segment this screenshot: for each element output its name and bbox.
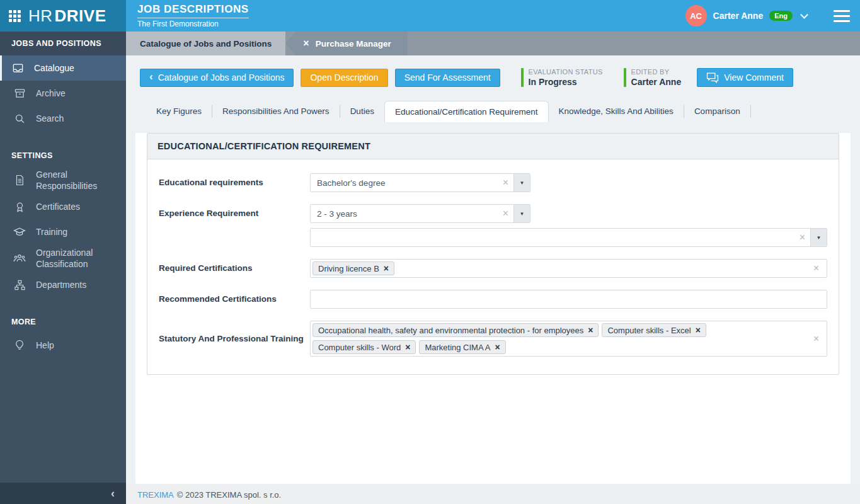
dropdown-caret-icon[interactable]: ▼ [810, 229, 827, 246]
panel-body: Educational requirements Bachelor's degr… [147, 159, 839, 374]
tab-responsibilities-and-powers[interactable]: Responsibilities And Powers [212, 101, 340, 122]
sidebar-item-certificates[interactable]: Certificates [0, 194, 126, 219]
tab-knowledge-skills-and-abilities[interactable]: Knowledge, Skills And Abilities [549, 101, 684, 122]
sidebar-item-departments[interactable]: Departments [0, 272, 126, 297]
tab-content-card: EDUCATIONAL/CERTIFICATION REQUIREMENT Ed… [135, 133, 851, 484]
close-icon[interactable]: × [303, 38, 309, 49]
chevron-down-icon[interactable] [800, 11, 808, 19]
content-area: ‹ Catalogue of Jobs and Positions Open D… [126, 55, 860, 485]
clear-icon[interactable]: × [498, 178, 513, 188]
tag-marketing-cima-a: Marketing CIMA A × [419, 340, 505, 354]
top-bar: HRDRIVE JOB DESCRIPTIONS The First Demon… [0, 0, 860, 32]
apps-grid-icon[interactable] [9, 10, 21, 22]
send-for-assessment-label: Send For Assessment [404, 72, 491, 83]
people-group-icon [13, 252, 26, 265]
breadcrumb-tab-purchase-manager[interactable]: × Purchase Manager [285, 32, 407, 55]
back-to-catalogue-button[interactable]: ‹ Catalogue of Jobs and Positions [140, 69, 294, 87]
catalogue-icon [11, 62, 24, 74]
experience-secondary-select[interactable]: × ▼ [310, 228, 827, 247]
dropdown-caret-icon[interactable]: ▼ [513, 174, 530, 192]
recommended-certifications-input[interactable] [310, 290, 827, 309]
sidebar-item-label: Certificates [36, 202, 80, 212]
edited-by-label: EDITED BY [631, 68, 682, 76]
tab-key-figures[interactable]: Key Figures [146, 101, 212, 122]
menu-icon[interactable] [834, 10, 850, 22]
page-title: JOB DESCRIPTIONS [137, 3, 249, 18]
logo-drive-text: DRIVE [55, 6, 106, 25]
tag-label: Computer skills - Word [318, 343, 401, 352]
org-chart-icon [13, 279, 26, 291]
statutory-training-row: Statutory And Professional Training Occu… [159, 321, 827, 357]
tag-computer-skills-word: Computer skills - Word × [312, 340, 416, 354]
document-icon [13, 175, 26, 186]
required-certifications-row: Required Certifications Driving licence … [159, 259, 827, 278]
sidebar-item-organizational-classification[interactable]: Organizational Classification [0, 244, 126, 272]
top-bar-main: JOB DESCRIPTIONS The First Demonstration… [126, 0, 860, 32]
clear-icon[interactable]: × [808, 263, 824, 273]
tab-comparison[interactable]: Comparison [684, 101, 750, 122]
tag-remove-icon[interactable]: × [495, 343, 500, 352]
dropdown-caret-icon[interactable]: ▼ [513, 205, 530, 222]
tab-educational-certification-requirement[interactable]: Educational/Certification Requirement [384, 101, 549, 122]
app-logo[interactable]: HRDRIVE [28, 6, 106, 26]
tab-duties[interactable]: Duties [340, 101, 384, 122]
sidebar-item-label: Search [36, 113, 64, 123]
sidebar-section-jobs-and-positions: JOBS AND POSITIONS [0, 32, 126, 55]
statutory-training-input[interactable]: Occupational health, safety and environm… [310, 321, 827, 357]
educational-requirements-row: Educational requirements Bachelor's degr… [159, 173, 827, 192]
tag-remove-icon[interactable]: × [405, 343, 410, 352]
app-root: HRDRIVE JOB DESCRIPTIONS The First Demon… [0, 0, 860, 504]
breadcrumb-tab-label: Purchase Manager [316, 39, 391, 49]
lightbulb-icon [13, 340, 26, 351]
sidebar-item-label: Departments [36, 280, 86, 290]
tag-remove-icon[interactable]: × [384, 264, 389, 273]
toolbar: ‹ Catalogue of Jobs and Positions Open D… [140, 68, 846, 87]
sidebar-item-search[interactable]: Search [0, 106, 126, 131]
view-comment-button[interactable]: View Comment [697, 68, 793, 87]
sidebar-item-archive[interactable]: Archive [0, 81, 126, 106]
breadcrumb-tab-catalogue[interactable]: Catalogue of Jobs and Positions [126, 32, 285, 55]
sidebar-collapse-button[interactable]: ‹ [0, 483, 126, 504]
tag-remove-icon[interactable]: × [588, 326, 593, 335]
evaluation-status-value: In Progress [529, 77, 603, 87]
experience-requirement-select[interactable]: 2 - 3 years × ▼ [310, 204, 530, 223]
logo-hr-text: HR [28, 6, 53, 25]
open-description-button[interactable]: Open Description [301, 69, 387, 87]
tag-computer-skills-excel: Computer skills - Excel × [602, 323, 706, 337]
sidebar: JOBS AND POSITIONS Catalogue Archive Sea… [0, 32, 126, 504]
trexima-link[interactable]: TREXIMA [137, 490, 174, 500]
sidebar-item-training[interactable]: Training [0, 219, 126, 244]
sidebar-item-label: Archive [36, 88, 66, 98]
user-area: AC Carter Anne Eng [685, 5, 850, 26]
tag-driving-licence-b: Driving licence B × [312, 261, 394, 275]
evaluation-status-block: EVALUATION STATUS In Progress [521, 68, 603, 87]
tag-occupational-health: Occupational health, safety and environm… [312, 323, 599, 337]
avatar[interactable]: AC [685, 5, 707, 26]
tab-bar: Key Figures Responsibilities And Powers … [135, 101, 851, 122]
body-row: JOBS AND POSITIONS Catalogue Archive Sea… [0, 32, 860, 504]
clear-icon[interactable]: × [498, 209, 513, 219]
back-chevron-icon: ‹ [149, 71, 153, 83]
sidebar-section-more: MORE [0, 311, 126, 333]
sidebar-section-settings: SETTINGS [0, 145, 126, 166]
clear-icon[interactable]: × [808, 334, 824, 344]
user-name[interactable]: Carter Anne [713, 11, 764, 21]
send-for-assessment-button[interactable]: Send For Assessment [395, 69, 500, 87]
breadcrumb: Catalogue of Jobs and Positions × Purcha… [126, 32, 860, 55]
sidebar-item-label: Training [36, 227, 67, 237]
clear-icon[interactable]: × [794, 232, 810, 243]
title-block: JOB DESCRIPTIONS The First Demonstration [137, 3, 249, 28]
required-certifications-input[interactable]: Driving licence B × × [310, 259, 827, 278]
educational-requirements-select[interactable]: Bachelor's degree × ▼ [310, 173, 530, 192]
sidebar-item-general-responsibilities[interactable]: General Responsibilities [0, 166, 126, 194]
language-badge[interactable]: Eng [769, 11, 793, 21]
edited-by-block: EDITED BY Carter Anne [624, 68, 682, 87]
page-subtitle: The First Demonstration [137, 20, 249, 28]
sidebar-item-catalogue[interactable]: Catalogue [0, 55, 126, 81]
experience-requirement-row: Experience Requirement 2 - 3 years × ▼ [159, 204, 827, 247]
sidebar-item-label: General Responsibilities [36, 169, 120, 192]
tag-remove-icon[interactable]: × [696, 326, 701, 335]
recommended-certifications-label: Recommended Certifications [159, 290, 310, 309]
sidebar-item-help[interactable]: Help [0, 333, 126, 358]
sidebar-item-label: Catalogue [34, 63, 74, 73]
